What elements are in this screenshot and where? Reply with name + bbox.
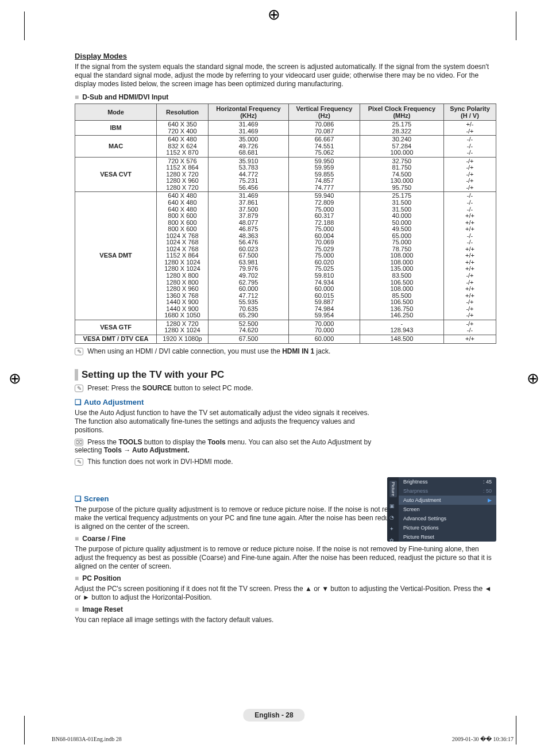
page-number-band: English - 28 bbox=[243, 709, 304, 722]
dvi-hdmi-note-text: This function does not work in DVI-HDMI … bbox=[87, 458, 233, 466]
osd-menu-item: Picture Options bbox=[399, 523, 496, 532]
manual-page: ⊕ ⊕ ⊕ Display Modes If the signal from t… bbox=[0, 0, 548, 756]
footer-left: BN68-01883A-01Eng.indb 28 bbox=[52, 736, 122, 742]
hdmi-note-bold: HDMI IN 1 bbox=[282, 347, 314, 355]
picture-icon: ▣ bbox=[389, 503, 396, 509]
pc-position-heading: ■PC Position bbox=[75, 574, 496, 582]
note-icon: ✎ bbox=[75, 385, 83, 392]
crop-mark bbox=[516, 716, 516, 745]
auto-adjustment-label: Auto Adjustment bbox=[84, 398, 144, 406]
footer-right: 2009-01-30 �� 10:36:17 bbox=[452, 736, 514, 742]
hdmi-note-suffix: jack. bbox=[314, 347, 330, 355]
dsub-hdmi-heading: ■D-Sub and HDMI/DVI Input bbox=[75, 93, 496, 101]
print-footer: BN68-01883A-01Eng.indb 28 2009-01-30 �� … bbox=[52, 736, 514, 742]
crop-mark bbox=[516, 11, 516, 40]
auto-adjustment-heading: ❑Auto Adjustment bbox=[75, 398, 496, 406]
osd-category-label: Picture bbox=[389, 481, 397, 497]
channel-icon: ✦ bbox=[389, 526, 396, 532]
crop-mark bbox=[24, 11, 25, 40]
preset-note: ✎ Preset: Press the SOURCE button to sel… bbox=[75, 384, 496, 392]
preset-prefix: Preset: Press the bbox=[87, 384, 142, 392]
osd-menu-item: Advanced Settings bbox=[399, 514, 496, 523]
preset-suffix: button to select PC mode. bbox=[172, 384, 253, 392]
hdmi-note-text: When using an HDMI / DVI cable connectio… bbox=[87, 347, 282, 355]
image-reset-label: Image Reset bbox=[82, 605, 123, 613]
hdmi-note: ✎ When using an HDMI / DVI cable connect… bbox=[75, 347, 496, 355]
registration-mark-icon: ⊕ bbox=[527, 369, 539, 387]
image-reset-body: You can replace all image settings with … bbox=[75, 616, 496, 624]
crop-mark bbox=[24, 716, 25, 745]
coarse-fine-body: The purpose of picture quality adjustmen… bbox=[75, 545, 496, 571]
osd-menu-screenshot: Picture ▣ ◔ ✦ ✿ ▤ Brightness: 45Sharpnes… bbox=[387, 477, 496, 542]
osd-menu-item: Auto Adjustment▶ bbox=[399, 496, 496, 505]
auto-adjustment-body: Use the Auto Adjust function to have the… bbox=[75, 409, 373, 435]
osd-menu-item: Picture Reset bbox=[399, 532, 496, 542]
dsub-hdmi-label: D-Sub and HDMI/DVI Input bbox=[82, 93, 168, 101]
setting-up-pc-heading: Setting up the TV with your PC bbox=[75, 369, 496, 381]
display-modes-intro: If the signal from the system equals the… bbox=[75, 63, 496, 89]
registration-mark-icon: ⊕ bbox=[9, 369, 21, 387]
setup-icon: ✿ bbox=[389, 538, 396, 542]
coarse-fine-label: Coarse / Fine bbox=[82, 535, 125, 543]
dvi-hdmi-note: ✎ This function does not work in DVI-HDM… bbox=[75, 458, 496, 466]
registration-mark-icon: ⊕ bbox=[268, 6, 280, 24]
preset-bold: SOURCE bbox=[142, 384, 172, 392]
pc-position-body: Adjust the PC's screen positioning if it… bbox=[75, 585, 496, 602]
screen-label: Screen bbox=[84, 494, 109, 503]
osd-menu-item: Screen bbox=[399, 505, 496, 514]
pc-position-label: PC Position bbox=[82, 574, 121, 582]
image-reset-heading: ■Image Reset bbox=[75, 605, 496, 613]
osd-menu-item: Brightness: 45 bbox=[399, 477, 496, 486]
display-modes-heading: Display Modes bbox=[75, 52, 496, 60]
osd-menu-item: Sharpness: 50 bbox=[399, 486, 496, 496]
sound-icon: ◔ bbox=[389, 515, 396, 520]
display-modes-table: ModeResolutionHorizontal Frequency(KHz)V… bbox=[75, 103, 496, 344]
tools-tip: ⌧ Press the TOOLS button to display the … bbox=[75, 438, 373, 454]
note-icon: ✎ bbox=[75, 348, 83, 355]
note-icon: ✎ bbox=[75, 458, 83, 466]
tools-icon: ⌧ bbox=[75, 439, 83, 446]
